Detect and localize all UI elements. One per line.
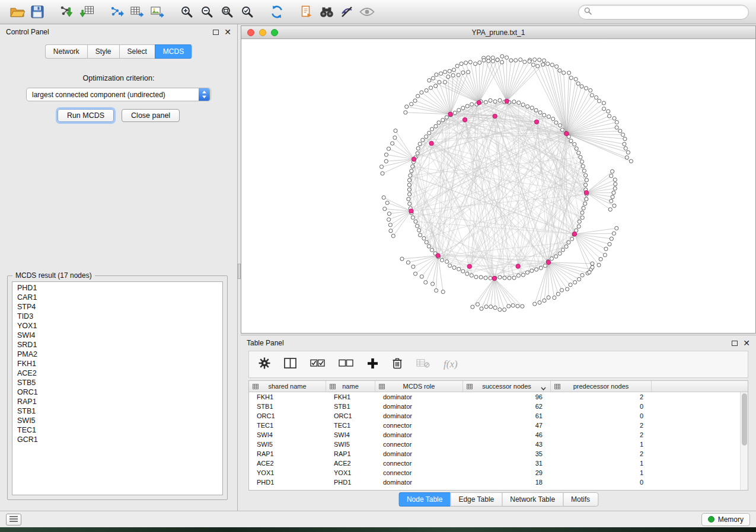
result-item[interactable]: CAR1 [12,293,222,302]
result-item[interactable]: STP4 [12,302,222,312]
clone-network-button[interactable] [296,2,317,21]
table-row[interactable]: TEC1TEC1connector472 [249,421,740,430]
result-item[interactable]: SWI4 [12,331,222,340]
mcds-result-list[interactable]: PHD1CAR1STP4TID3YOX1SWI4SRD1PMA2FKH1ACE2… [12,281,223,495]
open-folder-icon [9,5,25,18]
show-columns-button[interactable] [284,358,296,371]
export-table-button[interactable] [127,2,147,21]
import-table-button[interactable] [77,2,97,21]
tab-style[interactable]: Style [87,44,119,59]
table-row[interactable]: ACE2ACE2connector311 [249,459,740,468]
delete-column-button[interactable] [392,357,403,371]
table-settings-button[interactable] [259,357,270,371]
result-item[interactable]: TEC1 [12,425,222,435]
close-panel-button[interactable]: Close panel [122,109,180,122]
export-image-icon [150,5,164,19]
table-row[interactable]: SWI5SWI5connector431 [249,440,740,449]
apply-layout-button[interactable] [267,2,287,21]
result-item[interactable]: FKH1 [12,359,222,368]
tab-select[interactable]: Select [119,44,155,59]
result-item[interactable]: SRD1 [12,340,222,350]
frame-minimize-icon[interactable] [259,29,266,36]
network-canvas[interactable] [241,39,755,333]
close-table-panel-icon[interactable]: ✕ [743,339,750,347]
zoom-fit-button[interactable] [217,2,237,21]
search-box[interactable] [578,5,749,20]
tab-edge-table[interactable]: Edge Table [450,492,502,507]
float-panel-icon[interactable] [213,30,219,35]
tab-node-table[interactable]: Node Table [398,492,451,507]
zoom-out-button[interactable] [197,2,217,21]
table-cell: STB1 [249,402,326,411]
save-session-button[interactable] [27,2,47,21]
table-row[interactable]: RAP1RAP1dominator352 [249,449,740,459]
result-item[interactable]: TID3 [12,312,222,321]
select-all-button[interactable] [310,359,325,370]
table-cell: TEC1 [249,421,326,430]
open-folder-button[interactable] [7,2,27,21]
scrollbar-thumb[interactable] [742,393,747,446]
hide-selected-button[interactable] [357,2,377,21]
mcds-result-box: MCDS result (17 nodes) PHD1CAR1STP4TID3Y… [7,275,228,500]
column-header[interactable]: shared name [249,381,326,392]
column-header[interactable]: name [326,381,375,392]
zoom-in-button[interactable] [177,2,197,21]
column-type-icon [253,383,259,390]
optimization-criterion-select[interactable]: largest connected component (undirected) [26,88,211,101]
table-row[interactable]: ORC1ORC1dominator610 [249,411,740,421]
column-header[interactable]: predecessor nodes [551,381,652,392]
result-item[interactable]: ORC1 [12,387,222,397]
add-column-button[interactable] [367,358,378,371]
run-mcds-button[interactable]: Run MCDS [58,109,114,122]
table-cell: FKH1 [249,392,326,402]
column-header[interactable]: successor nodes [463,381,551,392]
table-cell: SWI4 [326,430,375,440]
column-header[interactable]: MCDS role [375,381,463,392]
table-scrollbar[interactable] [740,392,748,490]
table-body: FKH1FKH1dominator962STB1STB1dominator620… [249,392,740,490]
tab-network[interactable]: Network [45,44,87,59]
memory-button[interactable]: Memory [701,513,750,526]
export-image-button[interactable] [147,2,167,21]
table-row[interactable]: YOX1YOX1connector291 [249,468,740,477]
graphics-details-button[interactable] [337,2,357,21]
first-neighbors-button[interactable] [317,2,337,21]
result-item[interactable]: SWI5 [12,416,222,425]
tab-network-table[interactable]: Network Table [502,492,563,507]
task-history-button[interactable] [6,514,21,525]
result-item[interactable]: GCR1 [12,435,222,444]
table-row[interactable]: STB1STB1dominator620 [249,402,740,411]
result-item[interactable]: RAP1 [12,397,222,406]
table-cell: 2 [551,430,652,440]
float-table-panel-icon[interactable] [732,341,738,346]
table-cell: TEC1 [326,421,375,430]
result-item[interactable]: STB1 [12,406,222,416]
binoculars-icon [319,6,334,18]
import-network-button[interactable] [57,2,77,21]
frame-maximize-icon[interactable] [271,29,278,36]
result-item[interactable]: PMA2 [12,350,222,359]
close-panel-icon[interactable]: ✕ [224,28,231,36]
sort-descending-icon[interactable] [541,384,546,392]
search-input[interactable] [595,8,743,16]
table-cell: 1 [551,440,652,449]
network-graph-svg[interactable] [241,39,755,333]
column-type-icon [330,383,336,390]
export-network-button[interactable] [107,2,127,21]
table-cell: connector [375,440,463,449]
table-cell: 1 [551,468,652,477]
frame-close-icon[interactable] [247,29,254,36]
result-item[interactable]: STB5 [12,378,222,387]
deselect-all-button[interactable] [339,359,353,370]
tab-mcds[interactable]: MCDS [155,44,192,59]
result-item[interactable]: PHD1 [12,283,222,293]
table-row[interactable]: SWI4SWI4dominator462 [249,430,740,440]
table-cell: connector [375,459,463,468]
network-frame-titlebar[interactable]: YPA_prune.txt_1 [241,26,755,39]
result-item[interactable]: ACE2 [12,368,222,378]
zoom-selected-button[interactable] [237,2,257,21]
result-item[interactable]: YOX1 [12,321,222,331]
table-row[interactable]: PHD1PHD1dominator180 [249,477,740,487]
tab-motifs[interactable]: Motifs [563,492,598,507]
table-row[interactable]: FKH1FKH1dominator962 [249,392,740,402]
